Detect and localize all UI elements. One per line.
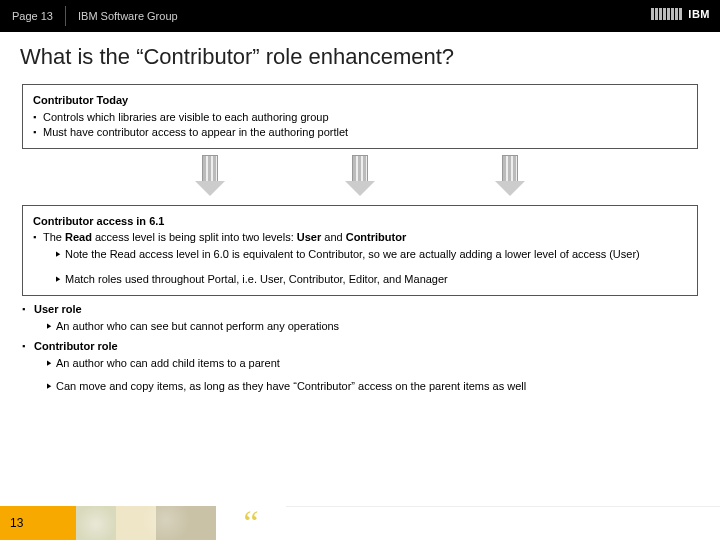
user-role-title: User role (22, 302, 698, 317)
box2-subtitle: Contributor access in 6.1 (33, 214, 687, 229)
contributor-role-sub-2: Can move and copy items, as long as they… (22, 379, 698, 394)
ibm-logo-text: IBM (688, 8, 710, 20)
header-group: IBM Software Group (66, 10, 190, 22)
box2-sub-2: Match roles used throughout Portal, i.e.… (33, 272, 687, 287)
contributor-role-sub-1: An author who can add child items to a p… (22, 356, 698, 371)
footer-spacer (286, 506, 720, 540)
box-contributor-61: Contributor access in 6.1 The Read acces… (22, 205, 698, 296)
box2-sub-1: Note the Read access level in 6.0 is equ… (33, 247, 687, 262)
footer-bar: 13 “ (0, 506, 720, 540)
box1-bullet-1: Controls which libraries are visible to … (33, 110, 687, 125)
contributor-role-title: Contributor role (22, 339, 698, 354)
footer-image-band (56, 506, 216, 540)
arrow-down-icon (195, 155, 225, 199)
box1-bullet-2: Must have contributor access to appear i… (33, 125, 687, 140)
box1-subtitle: Contributor Today (33, 93, 687, 108)
box-contributor-today: Contributor Today Controls which librari… (22, 84, 698, 149)
user-role-sub-1: An author who can see but cannot perform… (22, 319, 698, 334)
header-bar: Page 13 IBM Software Group IBM (0, 0, 720, 32)
footer-page-number: 13 (0, 506, 56, 540)
footer-quote-icon: “ (216, 506, 286, 540)
page-number-top: Page 13 (0, 10, 65, 22)
arrows-row (0, 155, 720, 199)
ibm-logo: IBM (651, 8, 710, 20)
roles-section: User role An author who can see but cann… (22, 302, 698, 395)
arrow-down-icon (495, 155, 525, 199)
slide-title: What is the “Contributor” role enhanceme… (0, 32, 720, 78)
arrow-down-icon (345, 155, 375, 199)
box2-bullet-1: The Read access level is being split int… (33, 230, 687, 245)
